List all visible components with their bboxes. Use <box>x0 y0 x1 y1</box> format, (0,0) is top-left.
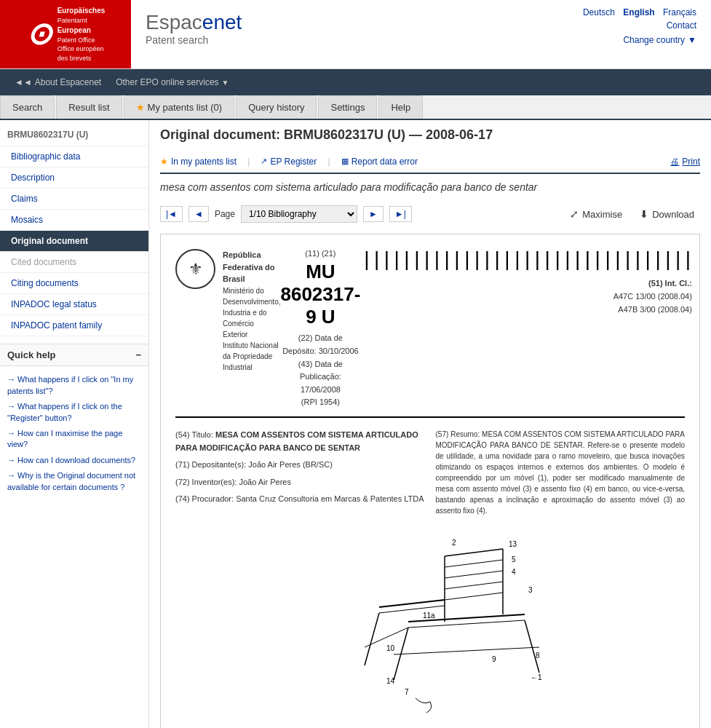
sidebar-patent-id: BRMU8602317U (U) <box>0 124 148 146</box>
star-icon: ★ <box>136 102 145 113</box>
next-page-button[interactable]: ► <box>363 206 384 222</box>
lang-francais[interactable]: Français <box>663 7 696 17</box>
brand-subtitle: Patent search <box>146 34 548 46</box>
svg-line-0 <box>445 549 503 556</box>
svg-line-5 <box>445 582 503 589</box>
download-button[interactable]: ⬇ Download <box>634 205 700 223</box>
brazil-seal-icon: ⚜ <box>175 249 215 289</box>
patent-drawing: 2 13 5 4 3 11a 10 8 9 14 7 ←1 16 <box>175 527 685 716</box>
prev-page-button[interactable]: ◄ <box>188 206 209 222</box>
arrow-up-right-icon: ↗ <box>261 157 267 166</box>
sidebar-item-original-doc[interactable]: Original document <box>0 231 148 252</box>
first-page-button[interactable]: |◄ <box>160 206 183 222</box>
chevron-down-icon: ▼ <box>688 35 696 45</box>
brand-name: Espacenet <box>146 11 548 34</box>
patent-nums-prefix: (11) (21) <box>280 249 360 258</box>
svg-text:←1: ←1 <box>531 673 542 681</box>
contact-link[interactable]: Contact <box>667 20 696 31</box>
lang-deutsch[interactable]: Deutsch <box>583 7 615 17</box>
quick-help-link-4[interactable]: How can I download documents? <box>4 453 145 468</box>
tab-settings[interactable]: Settings <box>318 95 377 119</box>
sidebar-item-cited-docs: Cited documents <box>0 252 148 273</box>
patent-subtitle: mesa com assentos com sistema articulado… <box>160 181 700 193</box>
svg-text:11a: 11a <box>423 612 435 620</box>
quick-help-link-5[interactable]: Why is the Original document not availab… <box>4 468 145 495</box>
tab-search[interactable]: Search <box>0 95 55 119</box>
patent-main-number: MU 8602317-9 U <box>280 261 360 328</box>
quick-help-section: Quick help − What happens if I click on … <box>0 344 148 501</box>
tab-help[interactable]: Help <box>378 95 423 119</box>
top-navigation: ◄◄ About Espacenet Other EPO online serv… <box>0 69 711 95</box>
page-select[interactable]: 1/10 Bibliography 2/10 3/10 4/10 5/10 6/… <box>241 205 357 223</box>
patent-number-section: (11) (21) MU 8602317-9 U (22) Data de De… <box>280 249 360 409</box>
main-content: Original document: BRMU8602317U (U) — 20… <box>149 120 711 728</box>
svg-text:8: 8 <box>536 652 540 660</box>
sidebar-item-citing-docs[interactable]: Citing documents <box>0 273 148 294</box>
svg-line-13 <box>365 613 379 665</box>
patent-right-section: ||||||||||||||||||||||||||||||||| (51) I… <box>360 249 692 316</box>
in-my-patents-link[interactable]: ★ In my patents list <box>160 157 237 167</box>
barcode: ||||||||||||||||||||||||||||||||| <box>360 249 692 272</box>
int-cl: (51) Int. Cl.: A47C 13/00 (2008.04) A47B… <box>360 277 692 316</box>
tab-navigation: Search Result list ★ My patents list (0)… <box>0 95 711 120</box>
patent-office-section: ⚜ República Federativa do Brasil Ministé… <box>175 249 280 373</box>
lang-english[interactable]: English <box>623 7 654 17</box>
svg-line-12 <box>525 620 539 673</box>
logo-area: ⊙ Europäisches Patentamt European Patent… <box>0 0 131 68</box>
svg-line-6 <box>445 593 503 600</box>
inventor-field: (72) Inventor(es): João Air Peres <box>175 476 425 489</box>
maximise-button[interactable]: ⤢ Maximise <box>564 205 628 223</box>
table-icon: ▦ <box>341 157 349 166</box>
patent-body-right: (57) Resumo: MESA COM ASSENTOS COM SISTE… <box>436 429 686 516</box>
star-icon: ★ <box>160 157 168 167</box>
sidebar-item-mosaics[interactable]: Mosaics <box>0 210 148 231</box>
maximise-icon: ⤢ <box>570 208 579 220</box>
change-country[interactable]: Change country ▼ <box>577 35 696 45</box>
epo-logo-text: Europäisches Patentamt European Patent O… <box>57 6 106 63</box>
sidebar-item-inpadoc-legal[interactable]: INPADOC legal status <box>0 294 148 315</box>
tab-my-patents[interactable]: ★ My patents list (0) <box>124 95 235 119</box>
svg-text:3: 3 <box>528 586 533 594</box>
sidebar-item-description[interactable]: Description <box>0 167 148 189</box>
double-arrow-icon: ◄◄ <box>15 77 32 87</box>
sidebar-item-claims[interactable]: Claims <box>0 189 148 210</box>
quick-help-toggle[interactable]: Quick help − <box>0 344 148 366</box>
svg-text:4: 4 <box>512 568 516 576</box>
nav-other-epo[interactable]: Other EPO online services ▼ <box>108 77 236 87</box>
report-error-link[interactable]: ▦ Report data error <box>341 157 418 167</box>
printer-icon: 🖨 <box>670 157 679 167</box>
svg-text:14: 14 <box>386 677 395 685</box>
quick-help-link-1[interactable]: What happens if I click on "In my patent… <box>4 372 145 399</box>
epo-logo-symbol: ⊙ <box>26 19 52 50</box>
page-controls: |◄ ◄ Page 1/10 Bibliography 2/10 3/10 4/… <box>160 202 700 226</box>
tab-result-list[interactable]: Result list <box>56 95 122 119</box>
patent-office-info: República Federativa do Brasil Ministéri… <box>223 249 280 373</box>
quick-help-content: What happens if I click on "In my patent… <box>0 366 148 501</box>
download-icon: ⬇ <box>640 208 648 220</box>
titulo-field: (54) Titulo: MESA COM ASSENTOS COM SISTE… <box>175 429 425 454</box>
sidebar: BRMU8602317U (U) Bibliographic data Desc… <box>0 120 149 728</box>
last-page-button[interactable]: ►| <box>389 206 412 222</box>
svg-line-3 <box>445 560 503 567</box>
svg-line-14 <box>394 647 539 654</box>
svg-text:13: 13 <box>509 540 517 548</box>
document-title: Original document: BRMU8602317U (U) — 20… <box>160 127 700 143</box>
sidebar-item-inpadoc-family[interactable]: INPADOC patent family <box>0 315 148 336</box>
minus-icon: − <box>135 349 141 360</box>
svg-text:9: 9 <box>492 655 496 663</box>
tab-query-history[interactable]: Query history <box>236 95 317 119</box>
quick-help-link-2[interactable]: What happens if I click on the "Register… <box>4 399 145 426</box>
dropdown-arrow-icon: ▼ <box>222 79 229 87</box>
svg-line-9 <box>379 600 445 607</box>
document-viewer: ⚜ República Federativa do Brasil Ministé… <box>160 234 700 728</box>
patent-drawing-svg: 2 13 5 4 3 11a 10 8 9 14 7 ←1 16 <box>277 527 583 716</box>
quick-help-link-3[interactable]: How can I maximise the page view? <box>4 426 145 453</box>
patent-dates: (22) Data de Depósito: 30/10/2006 (43) D… <box>280 332 360 409</box>
sidebar-item-bibliographic[interactable]: Bibliographic data <box>0 146 148 167</box>
nav-about-espacenet[interactable]: ◄◄ About Espacenet <box>7 77 108 87</box>
svg-text:7: 7 <box>405 688 409 696</box>
print-link[interactable]: 🖨 Print <box>670 157 700 167</box>
svg-text:5: 5 <box>512 555 516 563</box>
svg-text:2: 2 <box>452 539 456 547</box>
ep-register-link[interactable]: ↗ EP Register <box>261 157 317 167</box>
